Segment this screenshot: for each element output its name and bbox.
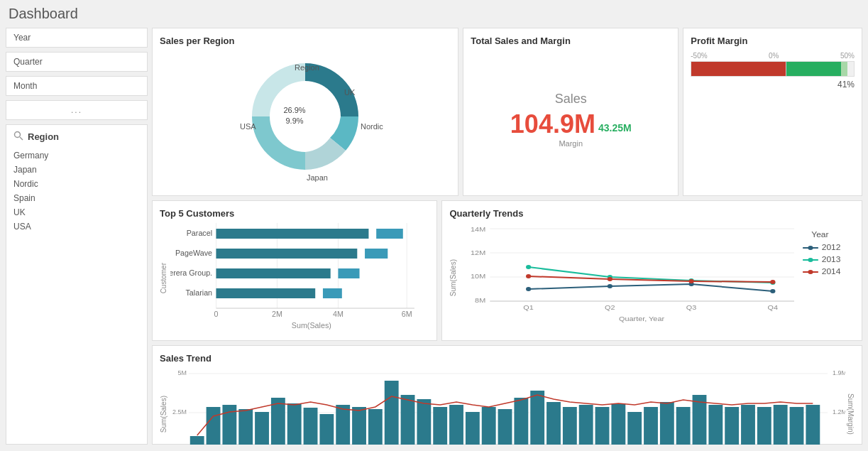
svg-text:2014: 2014: [822, 268, 841, 276]
svg-text:2M: 2M: [272, 310, 282, 318]
year-filter[interactable]: Year: [6, 28, 148, 48]
svg-rect-21: [338, 268, 359, 278]
svg-rect-82: [287, 403, 302, 445]
svg-rect-77: [207, 407, 221, 445]
svg-point-42: [771, 289, 776, 293]
sales-value: 104.9M: [510, 109, 595, 139]
region-header-label: Region: [28, 131, 59, 142]
svg-text:4M: 4M: [333, 310, 344, 318]
svg-rect-86: [352, 407, 366, 445]
svg-rect-104: [644, 407, 658, 445]
svg-rect-112: [774, 405, 788, 445]
svg-rect-85: [336, 405, 350, 445]
svg-rect-88: [385, 381, 399, 445]
trend-y-right-label: Sum(Margin): [847, 393, 855, 435]
svg-rect-83: [304, 408, 318, 445]
svg-text:2012: 2012: [822, 244, 841, 251]
svg-text:PageWave: PageWave: [175, 249, 212, 257]
svg-rect-17: [216, 249, 357, 259]
svg-text:Q4: Q4: [768, 304, 779, 311]
top-row: Sales per Region: [152, 28, 862, 196]
donut-chart: UK Nordic Japan USA Region 26.9% 9.9%: [160, 50, 451, 178]
svg-rect-100: [579, 405, 593, 445]
region-item-usa[interactable]: USA: [13, 219, 140, 234]
svg-rect-114: [806, 405, 820, 445]
svg-rect-20: [216, 268, 330, 278]
svg-rect-97: [530, 391, 544, 445]
svg-point-49: [689, 279, 694, 283]
svg-text:Sum(Sales): Sum(Sales): [292, 322, 331, 330]
profit-axis-right: 50%: [840, 52, 855, 60]
region-item-japan[interactable]: Japan: [13, 163, 140, 177]
svg-rect-111: [757, 407, 771, 445]
svg-rect-76: [190, 436, 204, 445]
region-item-uk[interactable]: UK: [13, 205, 140, 219]
svg-text:26.9%: 26.9%: [284, 106, 306, 114]
svg-text:Quarter, Year: Quarter, Year: [619, 315, 665, 322]
profit-bar-track: [691, 61, 855, 77]
svg-rect-92: [449, 405, 463, 445]
sales-trend-title: Sales Trend: [160, 353, 855, 364]
region-item-spain[interactable]: Spain: [13, 191, 140, 205]
svg-rect-113: [790, 407, 804, 445]
svg-point-43: [526, 265, 531, 269]
svg-text:Nordic: Nordic: [361, 122, 383, 131]
svg-text:UK: UK: [344, 88, 356, 97]
profit-margin-title: Profit Margin: [691, 36, 855, 46]
top5-card: Top 5 Customers Customer Paracel: [152, 200, 437, 341]
svg-rect-98: [546, 402, 561, 445]
quarterly-y-label: Sum(Sales): [449, 259, 457, 296]
dashboard-title: Dashboard: [0, 0, 868, 25]
margin-value: 43.25M: [598, 122, 632, 134]
region-section: Region Germany Japan Nordic Spain UK USA: [6, 124, 148, 445]
svg-rect-89: [401, 395, 415, 445]
svg-rect-91: [433, 407, 447, 445]
svg-text:Q2: Q2: [605, 304, 616, 311]
svg-rect-18: [365, 249, 388, 259]
svg-text:14M: 14M: [471, 226, 486, 233]
profit-bar-area: -50% 0% 50% 41%: [691, 52, 855, 89]
svg-text:12M: 12M: [471, 249, 486, 256]
svg-rect-94: [482, 407, 496, 445]
sidebar: Year Quarter Month ... Region Germany Ja…: [6, 28, 148, 445]
sales-label: Sales: [555, 92, 587, 107]
svg-text:2013: 2013: [822, 256, 841, 263]
svg-rect-90: [417, 399, 431, 445]
more-filter[interactable]: ...: [6, 100, 148, 120]
month-filter[interactable]: Month: [6, 76, 148, 96]
svg-text:Deak-Perera Group.: Deak-Perera Group.: [170, 269, 212, 277]
svg-text:Paracel: Paracel: [187, 229, 212, 237]
mid-row: Top 5 Customers Customer Paracel: [152, 200, 862, 341]
svg-rect-103: [627, 412, 642, 445]
svg-rect-78: [222, 405, 236, 445]
total-sales-title: Total Sales and Margin: [471, 36, 671, 46]
svg-rect-106: [676, 407, 691, 445]
svg-point-50: [771, 280, 776, 284]
svg-rect-80: [255, 412, 269, 445]
svg-rect-15: [376, 229, 403, 239]
quarterly-title: Quarterly Trends: [449, 208, 855, 219]
content-area: Sales per Region: [152, 28, 862, 445]
region-item-germany[interactable]: Germany: [13, 148, 140, 163]
svg-text:1.2M: 1.2M: [833, 408, 845, 415]
svg-rect-102: [611, 403, 625, 445]
trend-y-left-label: Sum(Sales): [160, 396, 167, 433]
search-icon: [13, 131, 23, 143]
svg-point-0: [15, 132, 21, 138]
svg-text:Talarian: Talarian: [185, 289, 212, 297]
svg-rect-79: [238, 409, 253, 445]
svg-text:1.9M: 1.9M: [833, 369, 845, 376]
svg-text:Japan: Japan: [307, 173, 328, 182]
sales-region-card: Sales per Region: [152, 28, 458, 196]
svg-rect-105: [660, 402, 674, 445]
svg-rect-23: [216, 288, 315, 298]
svg-rect-101: [595, 407, 610, 445]
svg-rect-96: [514, 398, 528, 445]
quarter-filter[interactable]: Quarter: [6, 52, 148, 72]
svg-rect-95: [498, 409, 512, 445]
region-item-nordic[interactable]: Nordic: [13, 177, 140, 191]
svg-rect-93: [466, 412, 480, 445]
sales-trend-card: Sales Trend Sum(Sales) 5M 2.5M 0 1.9M 1.…: [152, 345, 862, 445]
svg-rect-87: [368, 409, 383, 445]
profit-axis-mid: 0%: [769, 52, 779, 60]
